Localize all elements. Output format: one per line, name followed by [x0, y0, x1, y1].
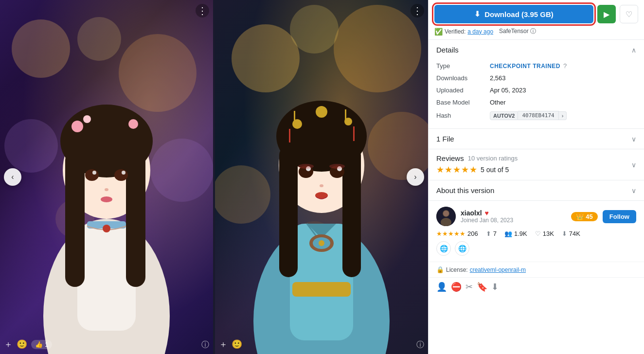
reviews-header[interactable]: Reviews 10 version ratings ★★★★★ 5 out o… [429, 149, 644, 180]
user-stats-row: ★★★★★ 206 ⬆ 7 👥 1.9K ♡ 13K ⬇ 74K [436, 230, 636, 237]
details-title: Details [436, 46, 459, 54]
detail-row-base-model: Base Model Other [436, 96, 636, 108]
license-icon: 🔒 [436, 266, 444, 273]
user-info: xiaolxl ♥ Joined Jan 08, 2023 [461, 209, 566, 224]
user-name[interactable]: xiaolxl [461, 209, 482, 217]
svg-point-20 [105, 188, 108, 191]
hash-value: 4078EB4174 [518, 111, 558, 120]
detail-row-hash: Hash AUTOV2 4078EB4174 › [436, 108, 636, 123]
user-links-row: 🌐 🌐 [436, 241, 636, 256]
svg-rect-38 [342, 146, 361, 277]
detail-label-type: Type [436, 62, 490, 70]
user-download-count: 74K [569, 230, 580, 237]
svg-rect-12 [126, 151, 145, 287]
svg-point-1 [119, 34, 197, 112]
detail-value-type[interactable]: CHECKPOINT TRAINED [490, 63, 560, 70]
hash-container: AUTOV2 4078EB4174 › [490, 111, 567, 120]
about-section: About this version ∨ [429, 180, 644, 200]
about-title: About this version [436, 186, 494, 195]
user-member-count: 1.9K [514, 230, 527, 237]
members-icon: 👥 [504, 230, 512, 237]
svg-point-51 [329, 164, 345, 169]
hash-algo: AUTOV2 [490, 111, 518, 120]
file-section-header[interactable]: 1 File ∨ [429, 129, 644, 149]
add-image-btn[interactable]: ＋ [4, 338, 13, 350]
svg-point-3 [4, 119, 58, 173]
rank-number: 45 [586, 213, 592, 220]
flag-icon[interactable]: ⛔ [451, 282, 462, 292]
user-like-count: 13K [543, 230, 554, 237]
user-stat-members: 👥 1.9K [504, 230, 527, 237]
svg-point-23 [232, 24, 300, 92]
file-section: 1 File ∨ [429, 128, 644, 149]
detail-label-downloads: Downloads [436, 74, 490, 82]
user-joined: Joined Jan 08, 2023 [461, 217, 566, 224]
detail-value-base-model: Other [490, 99, 506, 106]
likes-icon: ♡ [535, 230, 541, 237]
svg-point-19 [122, 171, 125, 175]
stars-row: ★★★★★ 5 out of 5 [436, 164, 518, 175]
user-website-btn[interactable]: 🌐 [436, 241, 451, 256]
svg-point-14 [83, 115, 91, 123]
downloads-icon: ⬇ [562, 230, 567, 237]
user-social-btn[interactable]: 🌐 [455, 241, 469, 256]
user-avatar [436, 207, 456, 226]
user-stat-rating: ★★★★★ 206 [436, 230, 478, 237]
info-btn-1[interactable]: ⓘ [201, 340, 209, 350]
safe-tensor-info-icon[interactable]: ⓘ [530, 28, 536, 35]
license-link[interactable]: creativeml-openrail-m [470, 266, 526, 273]
emoji-btn-1[interactable]: 🙂 [17, 339, 27, 350]
report-icon[interactable]: ✂ [465, 282, 473, 292]
detail-label-hash: Hash [436, 112, 490, 119]
image-1: ⋮ ‹ ＋ 🙂 👍 1 ⓘ [0, 0, 213, 354]
user-row: xiaolxl ♥ Joined Jan 08, 2023 👑 45 Follo… [436, 207, 636, 226]
share-icon[interactable]: 👤 [436, 282, 447, 292]
user-stat-downloads: ⬇ 74K [562, 230, 580, 237]
type-help-icon[interactable]: ? [563, 62, 567, 70]
prev-image-btn[interactable]: ‹ [4, 168, 21, 186]
reviews-left: Reviews 10 version ratings ★★★★★ 5 out o… [436, 154, 518, 175]
svg-rect-41 [294, 111, 295, 123]
details-header[interactable]: Details ∧ [429, 40, 644, 60]
detail-value-downloads: 2,563 [490, 74, 506, 82]
image-2-menu[interactable]: ⋮ [411, 4, 424, 18]
reviews-title: Reviews [436, 154, 464, 162]
verified-date-link[interactable]: a day ago [467, 28, 493, 35]
detail-value-uploaded: Apr 05, 2023 [490, 87, 526, 94]
svg-point-21 [101, 196, 112, 202]
about-header[interactable]: About this version ∨ [429, 180, 644, 200]
download-area: ⬇ Download (3.95 GB) ▶ ♡ [429, 0, 644, 26]
add-image-btn-2[interactable]: ＋ [219, 338, 228, 350]
svg-point-26 [215, 165, 270, 224]
emoji-btn-2[interactable]: 🙂 [232, 339, 242, 350]
images-panel: ⋮ ‹ ＋ 🙂 👍 1 ⓘ [0, 0, 428, 354]
svg-rect-37 [279, 146, 298, 277]
like-badge-1[interactable]: 👍 1 [31, 340, 52, 349]
image-2-bottom-bar: ＋ 🙂 [219, 338, 242, 350]
next-image-btn[interactable]: › [407, 168, 424, 186]
svg-point-2 [77, 17, 121, 61]
details-content: Type CHECKPOINT TRAINED ? Downloads 2,56… [429, 60, 644, 128]
user-stat-likes: ♡ 13K [535, 230, 554, 237]
svg-point-22 [103, 225, 110, 232]
download-icon: ⬇ [474, 10, 481, 18]
reviews-chevron-icon: ∨ [631, 161, 636, 169]
svg-point-45 [316, 106, 327, 118]
thumbs-up-icon: 👍 [35, 341, 43, 348]
run-button[interactable]: ▶ [597, 5, 616, 23]
detail-row-downloads: Downloads 2,563 [436, 72, 636, 84]
follow-button[interactable]: Follow [603, 210, 636, 223]
detail-row-type: Type CHECKPOINT TRAINED ? [436, 60, 636, 72]
reviews-section: Reviews 10 version ratings ★★★★★ 5 out o… [429, 149, 644, 180]
svg-point-50 [298, 164, 314, 169]
user-stars-icon: ★★★★★ [436, 230, 465, 237]
hash-copy-button[interactable]: › [559, 111, 567, 120]
bookmark-icon[interactable]: 🔖 [477, 282, 487, 292]
more-icon[interactable]: ⬇ [491, 282, 499, 292]
favorite-button[interactable]: ♡ [620, 5, 638, 23]
stars-label: 5 out of 5 [481, 166, 509, 174]
image-1-menu[interactable]: ⋮ [196, 4, 209, 18]
review-stars: ★★★★★ [436, 164, 478, 175]
download-button[interactable]: ⬇ Download (3.95 GB) [434, 5, 593, 23]
info-btn-2[interactable]: ⓘ [416, 340, 424, 350]
